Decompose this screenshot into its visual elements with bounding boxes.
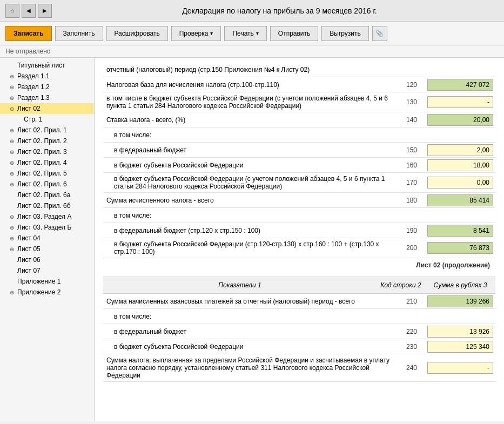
sidebar-item-label-l02s1: Стр. 1 <box>24 116 42 123</box>
row-code-r140: 140 <box>398 112 425 127</box>
expand-icon-r13: ⊕ <box>9 95 15 101</box>
row-code-r230: 230 <box>398 339 425 354</box>
sidebar-item-l02[interactable]: ⊖Лист 02 <box>0 103 94 114</box>
input-r160[interactable] <box>427 159 493 171</box>
sidebar-item-label-r12: Раздел 1.2 <box>17 83 50 91</box>
sidebar-item-l07[interactable]: Лист 07 <box>0 265 94 276</box>
main-layout: Титульный лист⊕Раздел 1.1⊕Раздел 1.2⊕Раз… <box>0 58 504 421</box>
row-r140s: в том числе: <box>103 127 495 143</box>
sidebar-item-l03a[interactable]: ⊕Лист 03. Раздел А <box>0 211 94 222</box>
row-r210s: в том числе: <box>103 309 495 324</box>
sidebar-item-l06[interactable]: Лист 06 <box>0 254 94 265</box>
row-r210: Сумма начисленных авансовых платежей за … <box>103 294 495 309</box>
sidebar-item-r11[interactable]: ⊕Раздел 1.1 <box>0 71 94 82</box>
row-value-r140 <box>425 112 495 127</box>
send-button[interactable]: Отправить <box>270 26 319 41</box>
sidebar-item-l02p3[interactable]: ⊕Лист 02. Прил. 3 <box>0 146 94 157</box>
sidebar-item-label-l02p6: Лист 02. Прил. 6 <box>17 180 67 188</box>
row-r220: в федеральный бюджет220 <box>103 324 495 339</box>
row-value-r190 <box>425 223 495 238</box>
input-r200[interactable] <box>427 242 493 254</box>
row-label-r240: Сумма налога, выплаченная за пределами Р… <box>103 354 398 381</box>
row-code-r120: 120 <box>398 77 425 92</box>
input-r170[interactable] <box>427 177 493 189</box>
decode-button[interactable]: Расшифровать <box>106 26 168 41</box>
sidebar-item-app2[interactable]: ⊕Приложение 2 <box>0 287 94 298</box>
sidebar: Титульный лист⊕Раздел 1.1⊕Раздел 1.2⊕Раз… <box>0 58 95 421</box>
attach-button[interactable]: 📎 <box>372 26 387 41</box>
row-label-r210s: в том числе: <box>103 309 495 324</box>
status-text: Не отправлено <box>5 48 51 55</box>
sidebar-item-l02p6b[interactable]: Лист 02. Прил. 6б <box>0 200 94 211</box>
home-button[interactable]: ⌂ <box>5 4 19 18</box>
toolbar: Записать Заполнить Расшифровать Проверка… <box>0 22 504 45</box>
row-label-r120: Налоговая база для исчисления налога (ст… <box>103 77 398 92</box>
section-header-col3: Сумма в рублях 3 <box>425 279 495 291</box>
row-code-r160: 160 <box>398 158 425 172</box>
input-r230[interactable] <box>427 341 493 353</box>
sidebar-item-l02p1[interactable]: ⊕Лист 02. Прил. 1 <box>0 125 94 136</box>
row-r180s: в том числе: <box>103 208 495 223</box>
sidebar-item-r12[interactable]: ⊕Раздел 1.2 <box>0 82 94 92</box>
sidebar-item-title[interactable]: Титульный лист <box>0 60 94 71</box>
back-button[interactable]: ◀ <box>22 4 36 18</box>
sidebar-item-l03b[interactable]: ⊕Лист 03. Раздел Б <box>0 222 94 233</box>
row-label-r180s: в том числе: <box>103 208 495 223</box>
header-nav: ⌂ ◀ ▶ <box>5 4 52 18</box>
sidebar-item-l02p6a[interactable]: Лист 02. Прил. 6а <box>0 190 94 200</box>
row-value-r230 <box>425 339 495 354</box>
fill-button[interactable]: Заполнить <box>55 26 103 41</box>
sidebar-item-label-l06: Лист 06 <box>17 256 41 264</box>
sidebar-item-l02s1[interactable]: Стр. 1 <box>0 114 94 125</box>
row-value-r130 <box>425 92 495 112</box>
sidebar-item-label-l03b: Лист 03. Раздел Б <box>17 224 71 231</box>
row-label-r140: Ставка налога - всего, (%) <box>103 112 398 127</box>
check-button[interactable]: Проверка <box>171 26 221 41</box>
sidebar-item-label-l02p4: Лист 02. Прил. 4 <box>17 159 67 166</box>
input-r190[interactable] <box>427 225 493 237</box>
row-label-r140s: в том числе: <box>103 127 495 142</box>
row-r140: Ставка налога - всего, (%)140 <box>103 112 495 127</box>
sidebar-item-r13[interactable]: ⊕Раздел 1.3 <box>0 92 94 103</box>
expand-icon-l02p5: ⊕ <box>9 171 15 177</box>
sidebar-item-l02p2[interactable]: ⊕Лист 02. Прил. 2 <box>0 136 94 146</box>
input-r120[interactable] <box>427 79 493 91</box>
export-button[interactable]: Выгрузить <box>321 26 369 41</box>
sidebar-item-l04[interactable]: ⊕Лист 04 <box>0 233 94 244</box>
sidebar-item-l02p4[interactable]: ⊕Лист 02. Прил. 4 <box>0 157 94 168</box>
row-label-r180: Сумма исчисленного налога - всего <box>103 193 398 207</box>
sidebar-item-label-l02p6b: Лист 02. Прил. 6б <box>17 202 71 210</box>
row-r230: в бюджет субъекта Российской Федерации23… <box>103 339 495 354</box>
expand-icon-l03b: ⊕ <box>9 225 15 231</box>
sidebar-item-label-l02p5: Лист 02. Прил. 5 <box>17 170 67 177</box>
input-r130[interactable] <box>427 96 493 108</box>
row-code-r240: 240 <box>398 354 425 381</box>
input-r240[interactable] <box>427 362 493 374</box>
input-r150[interactable] <box>427 144 493 156</box>
sidebar-item-l02p6[interactable]: ⊕Лист 02. Прил. 6 <box>0 179 94 190</box>
row-code-r170: 170 <box>398 173 425 192</box>
input-r220[interactable] <box>427 326 493 338</box>
input-r180[interactable] <box>427 194 493 206</box>
sidebar-item-label-l03a: Лист 03. Раздел А <box>17 213 71 220</box>
row-label-r160: в бюджет субъекта Российской Федерации <box>103 158 398 172</box>
print-button[interactable]: Печать <box>224 26 266 41</box>
row-value-r240 <box>425 354 495 381</box>
expand-icon-l04: ⊕ <box>9 235 15 241</box>
row-label-r220: в федеральный бюджет <box>103 324 398 339</box>
row-label-r210: Сумма начисленных авансовых платежей за … <box>103 294 398 308</box>
sidebar-item-l02p5[interactable]: ⊕Лист 02. Прил. 5 <box>0 168 94 179</box>
write-button[interactable]: Записать <box>5 26 52 41</box>
sidebar-item-l05[interactable]: ⊕Лист 05 <box>0 244 94 254</box>
input-r210[interactable] <box>427 295 493 307</box>
expand-icon-l02p3: ⊕ <box>9 149 15 155</box>
row-label-r150: в федеральный бюджет <box>103 143 398 157</box>
input-r140[interactable] <box>427 114 493 126</box>
row-code-r130: 130 <box>398 92 425 112</box>
row-label-r130: в том числе в бюджет субъекта Российской… <box>103 92 398 112</box>
forward-button[interactable]: ▶ <box>38 4 52 18</box>
row-r170: в бюджет субъекта Российской Федерации (… <box>103 173 495 193</box>
sidebar-item-app1[interactable]: Приложение 1 <box>0 276 94 287</box>
row-value-r170 <box>425 173 495 192</box>
row-label-r170: в бюджет субъекта Российской Федерации (… <box>103 173 398 192</box>
